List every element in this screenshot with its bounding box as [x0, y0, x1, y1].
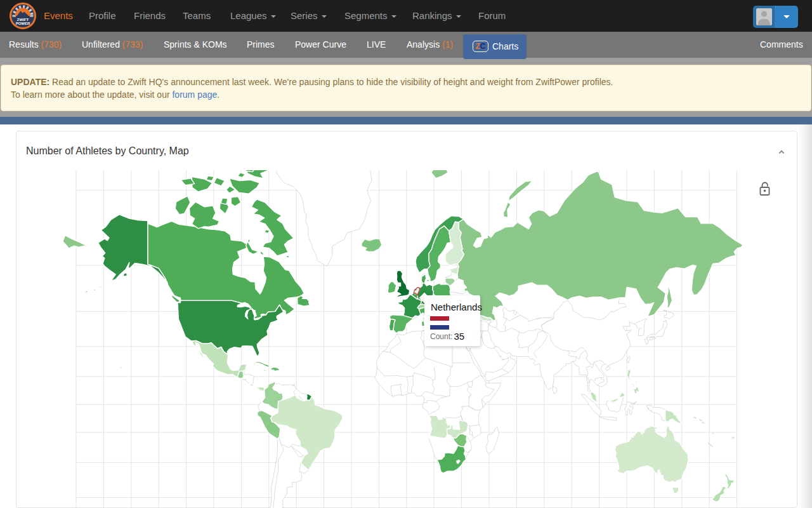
svg-text:ZWIFT: ZWIFT [17, 18, 29, 22]
svg-text:POWER: POWER [16, 22, 30, 25]
